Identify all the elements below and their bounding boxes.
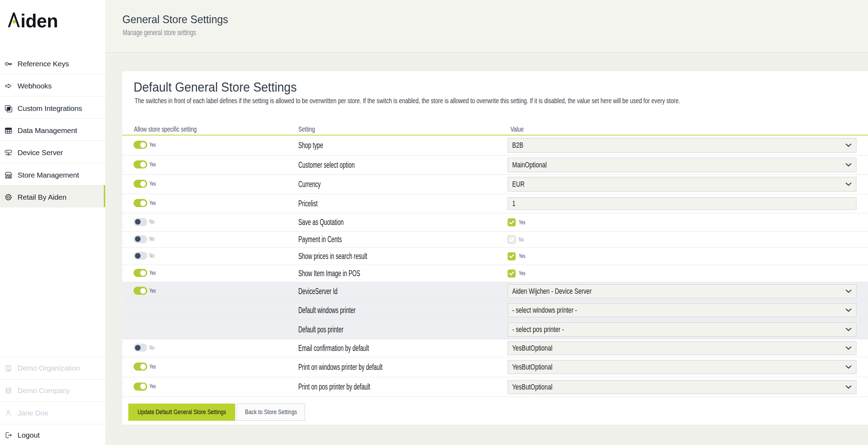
svg-text:iden: iden [21, 11, 58, 28]
